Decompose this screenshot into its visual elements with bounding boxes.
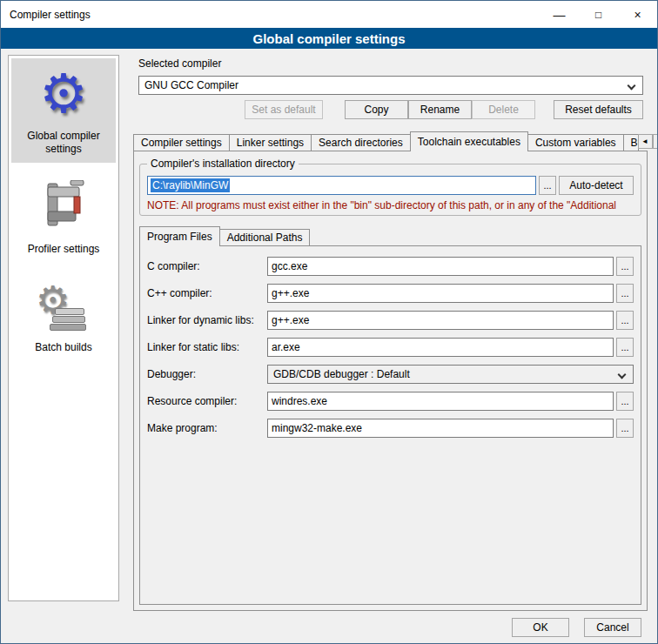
static-linker-browse-button[interactable]: ... xyxy=(616,338,634,357)
arrow-left-icon: ◄ xyxy=(641,138,648,145)
toolchain-subtabs: Program Files Additional Paths xyxy=(139,226,641,246)
static-linker-input[interactable] xyxy=(267,338,614,357)
field-row: Linker for static libs: ... xyxy=(147,338,634,357)
sidebar-item-label: Profiler settings xyxy=(28,243,100,256)
dialog-header: Global compiler settings xyxy=(1,28,657,49)
field-row: Debugger: GDB/CDB debugger : Default xyxy=(147,365,634,384)
note-text: NOTE: All programs must exist either in … xyxy=(147,199,634,211)
maximize-button[interactable]: □ xyxy=(579,1,618,28)
field-row: Make program: ... xyxy=(147,419,634,438)
installation-directory-input[interactable]: C:\raylib\MinGW xyxy=(147,176,536,195)
field-row: C++ compiler: ... xyxy=(147,284,634,303)
sidebar-item-profiler-settings[interactable]: Profiler settings xyxy=(11,173,116,263)
resource-compiler-label: Resource compiler: xyxy=(147,395,267,407)
gear-icon: ⚙ xyxy=(39,65,88,123)
settings-sidebar: ⚙ Global compiler settings Profiler sett… xyxy=(8,55,119,601)
ok-button[interactable]: OK xyxy=(512,618,569,637)
batch-builds-icon: ⚙ xyxy=(36,280,91,334)
installation-directory-label: Compiler's installation directory xyxy=(147,158,299,170)
tab-scroll-arrows: ◄ ► xyxy=(638,134,658,149)
rename-button[interactable]: Rename xyxy=(408,100,472,119)
debugger-value: GDB/CDB debugger : Default xyxy=(273,368,410,380)
close-icon: × xyxy=(634,8,641,22)
dialog-body: ⚙ Global compiler settings Profiler sett… xyxy=(2,50,656,642)
make-program-label: Make program: xyxy=(147,422,267,434)
profiler-icon xyxy=(39,180,88,236)
tab-build-options[interactable]: Buil xyxy=(623,134,639,151)
compiler-buttons-row: Set as default Copy Rename Delete Reset … xyxy=(138,100,643,119)
auto-detect-button[interactable]: Auto-detect xyxy=(559,176,634,195)
debugger-select[interactable]: GDB/CDB debugger : Default xyxy=(267,365,634,384)
tab-search-directories[interactable]: Search directories xyxy=(311,134,411,151)
tab-scroll-left-button[interactable]: ◄ xyxy=(638,134,653,149)
tab-scroll-right-button[interactable]: ► xyxy=(653,134,658,149)
dynamic-linker-browse-button[interactable]: ... xyxy=(616,311,634,330)
field-row: C compiler: ... xyxy=(147,257,634,276)
sidebar-item-label: Batch builds xyxy=(35,341,91,354)
field-row: Linker for dynamic libs: ... xyxy=(147,311,634,330)
window-title: Compiler settings xyxy=(1,9,540,21)
tab-linker-settings[interactable]: Linker settings xyxy=(229,134,312,151)
resource-compiler-browse-button[interactable]: ... xyxy=(616,392,634,411)
program-files-panel: C compiler: ... C++ compiler: ... Linker… xyxy=(139,245,641,605)
tab-additional-paths[interactable]: Additional Paths xyxy=(219,229,311,246)
selected-compiler-label: Selected compiler xyxy=(138,57,221,70)
sidebar-item-label: Global compiler settings xyxy=(13,130,114,156)
static-linker-label: Linker for static libs: xyxy=(147,341,267,353)
dialog-footer: OK Cancel xyxy=(512,618,641,637)
installation-directory-group: Compiler's installation directory C:\ray… xyxy=(139,164,641,216)
sidebar-item-batch-builds[interactable]: ⚙ Batch builds xyxy=(11,273,116,361)
tab-compiler-settings[interactable]: Compiler settings xyxy=(133,134,230,151)
tab-toolchain-executables[interactable]: Toolchain executables xyxy=(410,131,528,151)
maximize-icon: □ xyxy=(595,9,601,21)
compiler-settings-dialog: Compiler settings — □ × Global compiler … xyxy=(0,0,658,644)
reset-defaults-button[interactable]: Reset defaults xyxy=(554,100,643,119)
installation-directory-value: C:\raylib\MinGW xyxy=(151,178,230,192)
make-program-input[interactable] xyxy=(267,419,614,438)
selected-compiler-select[interactable]: GNU GCC Compiler xyxy=(138,76,643,95)
c-compiler-input[interactable] xyxy=(267,257,614,276)
resource-compiler-input[interactable] xyxy=(267,392,614,411)
cpp-compiler-input[interactable] xyxy=(267,284,614,303)
make-program-browse-button[interactable]: ... xyxy=(616,419,634,438)
page-title: Global compiler settings xyxy=(252,31,405,46)
tab-program-files[interactable]: Program Files xyxy=(139,226,220,246)
settings-tabstrip: Compiler settings Linker settings Search… xyxy=(133,131,648,151)
minimize-icon: — xyxy=(554,8,566,22)
close-button[interactable]: × xyxy=(618,1,657,28)
toolchain-executables-panel: Compiler's installation directory C:\ray… xyxy=(133,151,648,611)
dynamic-linker-label: Linker for dynamic libs: xyxy=(147,314,267,326)
copy-button[interactable]: Copy xyxy=(345,100,408,119)
cpp-compiler-browse-button[interactable]: ... xyxy=(616,284,634,303)
cpp-compiler-label: C++ compiler: xyxy=(147,287,267,299)
chevron-down-icon xyxy=(628,82,636,91)
sidebar-item-global-compiler-settings[interactable]: ⚙ Global compiler settings xyxy=(11,58,116,163)
delete-button[interactable]: Delete xyxy=(472,100,535,119)
title-bar: Compiler settings — □ × xyxy=(1,1,657,28)
dynamic-linker-input[interactable] xyxy=(267,311,614,330)
debugger-label: Debugger: xyxy=(147,368,267,380)
chevron-down-icon xyxy=(618,371,627,379)
field-row: Resource compiler: ... xyxy=(147,392,634,411)
browse-directory-button[interactable]: ... xyxy=(539,176,556,195)
set-as-default-button[interactable]: Set as default xyxy=(245,100,323,119)
selected-compiler-value: GNU GCC Compiler xyxy=(144,79,238,91)
c-compiler-browse-button[interactable]: ... xyxy=(616,257,634,276)
c-compiler-label: C compiler: xyxy=(147,260,267,272)
cancel-button[interactable]: Cancel xyxy=(584,618,641,637)
tab-custom-variables[interactable]: Custom variables xyxy=(527,134,624,151)
minimize-button[interactable]: — xyxy=(540,1,579,28)
